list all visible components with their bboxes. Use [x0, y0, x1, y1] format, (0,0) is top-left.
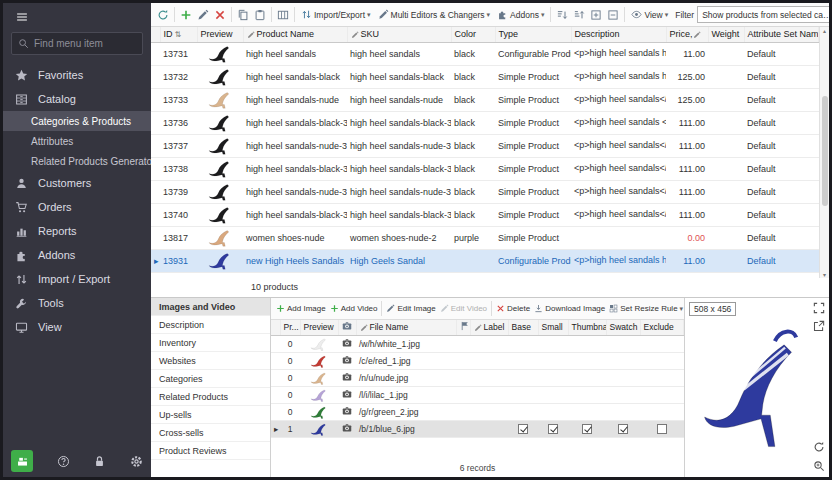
cell-product-name[interactable]: high heel sandals-black-37	[243, 157, 347, 180]
cell-sku[interactable]: high heel sandals-nude	[347, 88, 451, 111]
category-filter-select[interactable]: Show products from selected categories ▾	[697, 6, 829, 23]
sidebar-item-related-products-generator[interactable]: Related Products Generator	[3, 151, 151, 171]
cell-expand[interactable]	[271, 386, 280, 403]
cell-id[interactable]: 13736	[160, 111, 197, 134]
tab-related-products[interactable]: Related Products	[151, 388, 270, 406]
edit-image-button[interactable]: Edit Image	[384, 303, 437, 314]
cell-description[interactable]: <p>high heel sandals high heel sandals</…	[571, 42, 666, 65]
image-row[interactable]: 0/c/e/red_1.jpg	[271, 352, 684, 369]
cell-exclude[interactable]	[640, 352, 684, 369]
copy-button[interactable]	[235, 7, 251, 23]
cell-type[interactable]: Simple Product	[495, 180, 571, 203]
search-input[interactable]	[34, 38, 136, 49]
cell-color[interactable]: black	[451, 42, 495, 65]
cell-product-name[interactable]: high heel sandals-black-36	[243, 111, 347, 134]
cell-attribute-set[interactable]: Default	[744, 157, 819, 180]
checkbox[interactable]	[582, 424, 592, 434]
sidebar-item-addons[interactable]: Addons	[3, 243, 151, 267]
add-video-button[interactable]: Add Video	[328, 303, 380, 314]
image-row[interactable]: 0/n/u/nude.jpg	[271, 369, 684, 386]
cell-small[interactable]	[538, 420, 568, 437]
cell-expand[interactable]	[151, 180, 160, 203]
open-external-button[interactable]	[813, 320, 825, 332]
cell-id[interactable]: 13738	[160, 157, 197, 180]
cell-image-preview[interactable]	[300, 335, 338, 352]
cell-attribute-set[interactable]: Default	[744, 203, 819, 226]
cell-description[interactable]	[571, 226, 666, 249]
cell-price[interactable]: 0.00	[666, 226, 708, 249]
cell-price[interactable]: 111.00	[666, 180, 708, 203]
cell-type[interactable]: Simple Product	[495, 203, 571, 226]
zoom-button[interactable]	[813, 460, 825, 472]
sidebar-item-categories-products[interactable]: Categories & Products	[3, 111, 151, 131]
cell-flag[interactable]	[456, 335, 470, 352]
cell-product-name[interactable]: high heel sandals-nude-36	[243, 134, 347, 157]
sidebar-item-import-export[interactable]: Import / Export	[3, 267, 151, 291]
cell-base[interactable]	[508, 352, 538, 369]
cell-preview[interactable]	[197, 203, 243, 226]
cell-small[interactable]	[538, 369, 568, 386]
cell-id[interactable]: 13817	[160, 226, 197, 249]
cell-priority[interactable]: 0	[280, 352, 300, 369]
multi-editors-menu[interactable]: Multi Editors & Changers ▾	[375, 8, 494, 21]
cell-preview[interactable]	[197, 249, 243, 272]
cell-flag[interactable]	[456, 403, 470, 420]
cell-expand[interactable]: ▸	[271, 420, 280, 437]
columns-button[interactable]	[275, 7, 291, 23]
cell-sku[interactable]: high heel sandals-black-36	[347, 111, 451, 134]
scroll-down-icon[interactable]: ▾	[823, 271, 826, 278]
tab-description[interactable]: Description	[151, 316, 270, 334]
tab-images-and-video[interactable]: Images and Video	[151, 298, 270, 316]
fullscreen-button[interactable]	[813, 302, 825, 314]
cell-label[interactable]	[470, 335, 508, 352]
cell-weight[interactable]	[708, 88, 744, 111]
cell-weight[interactable]	[708, 65, 744, 88]
set-resize-rule-button[interactable]: Set Resize Rule▾	[607, 303, 684, 314]
cell-preview[interactable]	[197, 180, 243, 203]
cell-file-name[interactable]: /l/i/lilac_1.jpg	[356, 386, 456, 403]
cell-file-name[interactable]: /g/r/green_2.jpg	[356, 403, 456, 420]
col-swatch[interactable]: Swatch	[606, 320, 640, 335]
cell-weight[interactable]	[708, 111, 744, 134]
cell-description[interactable]: <p>high heel sandals</p>	[571, 157, 666, 180]
cell-base[interactable]	[508, 335, 538, 352]
image-row[interactable]: 0/g/r/green_2.jpg	[271, 403, 684, 420]
cell-id[interactable]: 13739	[160, 180, 197, 203]
col-image-preview[interactable]: Preview	[300, 320, 338, 335]
product-row[interactable]: 13737high heel sandals-nude-36high heel …	[151, 134, 819, 157]
cell-type[interactable]: Configurable Product	[495, 42, 571, 65]
cell-image-preview[interactable]	[300, 403, 338, 420]
sort-ascending-button[interactable]	[554, 7, 570, 23]
download-image-button[interactable]: Download Image	[532, 303, 607, 314]
cell-priority[interactable]: 1	[280, 420, 300, 437]
cell-small[interactable]	[538, 352, 568, 369]
tab-inventory[interactable]: Inventory	[151, 334, 270, 352]
cell-product-name[interactable]: high heel sandals-nude	[243, 88, 347, 111]
col-weight[interactable]: Weight	[708, 27, 744, 42]
cell-file-name[interactable]: /w/h/white_1.jpg	[356, 335, 456, 352]
cell-price[interactable]: 111.00	[666, 203, 708, 226]
cell-color[interactable]: black	[451, 157, 495, 180]
cell-type[interactable]: Configurable Product	[495, 249, 571, 272]
cell-preview[interactable]	[197, 88, 243, 111]
cell-description[interactable]: <p>high heel sandals</p>	[571, 134, 666, 157]
tab-websites[interactable]: Websites	[151, 352, 270, 370]
col-product-name[interactable]: Product Name	[243, 27, 347, 42]
cell-id[interactable]: 13931	[160, 249, 197, 272]
cell-exclude[interactable]	[640, 420, 684, 437]
cell-image-preview[interactable]	[300, 420, 338, 437]
cell-weight[interactable]	[708, 203, 744, 226]
cell-camera[interactable]	[338, 386, 356, 403]
col-exclude[interactable]: Exclude	[640, 320, 684, 335]
cell-id[interactable]: 13732	[160, 65, 197, 88]
settings-button[interactable]	[130, 455, 143, 468]
cell-product-name[interactable]: high heel sandals-black-38	[243, 203, 347, 226]
collapse-all-button[interactable]	[605, 7, 621, 23]
cell-weight[interactable]	[708, 180, 744, 203]
cell-description[interactable]: <p>high heel sandals</p>	[571, 203, 666, 226]
cell-expand[interactable]	[151, 88, 160, 111]
cell-priority[interactable]: 0	[280, 386, 300, 403]
product-row[interactable]: ▸13931new High Heels SandalsHigh Geels S…	[151, 249, 819, 272]
cell-thumbnail[interactable]	[568, 335, 606, 352]
delete-product-button[interactable]	[212, 7, 228, 23]
